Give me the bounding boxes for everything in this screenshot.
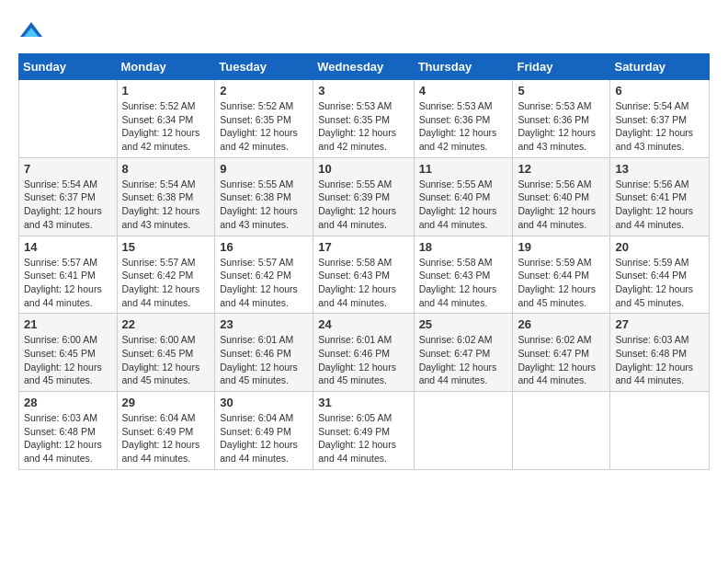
day-number: 18: [419, 240, 508, 254]
day-cell: 16Sunrise: 5:57 AMSunset: 6:42 PMDayligh…: [215, 236, 313, 314]
day-number: 31: [318, 396, 408, 409]
calendar-body: 1Sunrise: 5:52 AMSunset: 6:34 PMDaylight…: [19, 80, 710, 470]
logo: [18, 18, 48, 44]
day-info: Sunrise: 5:53 AMSunset: 6:36 PMDaylight:…: [518, 99, 605, 154]
header-day-wednesday: Wednesday: [313, 54, 414, 80]
day-number: 1: [122, 84, 210, 98]
day-number: 9: [220, 162, 308, 176]
header-day-thursday: Thursday: [414, 54, 513, 80]
day-cell: 31Sunrise: 6:05 AMSunset: 6:49 PMDayligh…: [313, 392, 414, 470]
day-number: 19: [518, 240, 605, 254]
day-cell: 14Sunrise: 5:57 AMSunset: 6:41 PMDayligh…: [19, 236, 118, 314]
day-info: Sunrise: 5:59 AMSunset: 6:44 PMDaylight:…: [615, 256, 704, 310]
day-cell: [513, 392, 610, 470]
day-info: Sunrise: 6:04 AMSunset: 6:49 PMDaylight:…: [122, 411, 210, 465]
day-number: 21: [24, 317, 112, 331]
week-row-3: 14Sunrise: 5:57 AMSunset: 6:41 PMDayligh…: [19, 236, 710, 314]
day-number: 8: [122, 162, 210, 176]
day-cell: 20Sunrise: 5:59 AMSunset: 6:44 PMDayligh…: [610, 236, 710, 314]
day-cell: 26Sunrise: 6:02 AMSunset: 6:47 PMDayligh…: [513, 314, 610, 392]
day-number: 28: [24, 396, 112, 409]
day-info: Sunrise: 5:57 AMSunset: 6:41 PMDaylight:…: [24, 256, 112, 310]
day-info: Sunrise: 5:56 AMSunset: 6:41 PMDaylight:…: [615, 178, 704, 232]
day-info: Sunrise: 5:57 AMSunset: 6:42 PMDaylight:…: [122, 256, 210, 310]
day-number: 27: [615, 317, 704, 331]
day-number: 20: [615, 240, 704, 254]
week-row-1: 1Sunrise: 5:52 AMSunset: 6:34 PMDaylight…: [19, 80, 710, 158]
day-number: 26: [518, 317, 605, 331]
day-cell: [19, 80, 118, 158]
day-cell: 4Sunrise: 5:53 AMSunset: 6:36 PMDaylight…: [414, 80, 513, 158]
week-row-4: 21Sunrise: 6:00 AMSunset: 6:45 PMDayligh…: [19, 314, 710, 392]
calendar-table: SundayMondayTuesdayWednesdayThursdayFrid…: [18, 53, 710, 470]
day-cell: 7Sunrise: 5:54 AMSunset: 6:37 PMDaylight…: [19, 157, 118, 236]
day-cell: 9Sunrise: 5:55 AMSunset: 6:38 PMDaylight…: [215, 157, 313, 236]
day-info: Sunrise: 6:05 AMSunset: 6:49 PMDaylight:…: [318, 411, 408, 465]
day-cell: 11Sunrise: 5:55 AMSunset: 6:40 PMDayligh…: [414, 157, 513, 236]
header-day-saturday: Saturday: [610, 54, 710, 80]
day-info: Sunrise: 6:00 AMSunset: 6:45 PMDaylight:…: [24, 333, 112, 387]
day-number: 12: [518, 162, 605, 176]
day-info: Sunrise: 6:00 AMSunset: 6:45 PMDaylight:…: [122, 333, 210, 387]
day-cell: 12Sunrise: 5:56 AMSunset: 6:40 PMDayligh…: [513, 157, 610, 236]
day-info: Sunrise: 5:57 AMSunset: 6:42 PMDaylight:…: [220, 256, 308, 310]
day-cell: 18Sunrise: 5:58 AMSunset: 6:43 PMDayligh…: [414, 236, 513, 314]
day-number: 22: [122, 317, 210, 331]
day-number: 3: [318, 84, 408, 98]
day-info: Sunrise: 5:54 AMSunset: 6:37 PMDaylight:…: [24, 178, 112, 232]
day-info: Sunrise: 6:02 AMSunset: 6:47 PMDaylight:…: [518, 333, 605, 387]
day-number: 30: [220, 396, 308, 409]
day-info: Sunrise: 6:04 AMSunset: 6:49 PMDaylight:…: [220, 411, 308, 465]
day-number: 15: [122, 240, 210, 254]
day-cell: 2Sunrise: 5:52 AMSunset: 6:35 PMDaylight…: [215, 80, 313, 158]
day-number: 10: [318, 162, 408, 176]
day-cell: 6Sunrise: 5:54 AMSunset: 6:37 PMDaylight…: [610, 80, 710, 158]
header-day-monday: Monday: [117, 54, 215, 80]
day-cell: 3Sunrise: 5:53 AMSunset: 6:35 PMDaylight…: [313, 80, 414, 158]
day-cell: 17Sunrise: 5:58 AMSunset: 6:43 PMDayligh…: [313, 236, 414, 314]
day-number: 4: [419, 84, 508, 98]
day-cell: 5Sunrise: 5:53 AMSunset: 6:36 PMDaylight…: [513, 80, 610, 158]
day-info: Sunrise: 5:56 AMSunset: 6:40 PMDaylight:…: [518, 178, 605, 232]
day-number: 25: [419, 317, 508, 331]
header-day-sunday: Sunday: [19, 54, 118, 80]
day-info: Sunrise: 5:59 AMSunset: 6:44 PMDaylight:…: [518, 256, 605, 310]
day-number: 14: [24, 240, 112, 254]
day-number: 29: [122, 396, 210, 409]
day-cell: 29Sunrise: 6:04 AMSunset: 6:49 PMDayligh…: [117, 392, 215, 470]
day-number: 17: [318, 240, 408, 254]
logo-icon: [18, 18, 44, 44]
day-cell: 10Sunrise: 5:55 AMSunset: 6:39 PMDayligh…: [313, 157, 414, 236]
day-number: 16: [220, 240, 308, 254]
day-cell: 21Sunrise: 6:00 AMSunset: 6:45 PMDayligh…: [19, 314, 118, 392]
day-cell: 19Sunrise: 5:59 AMSunset: 6:44 PMDayligh…: [513, 236, 610, 314]
calendar-header: SundayMondayTuesdayWednesdayThursdayFrid…: [19, 54, 710, 80]
day-cell: 15Sunrise: 5:57 AMSunset: 6:42 PMDayligh…: [117, 236, 215, 314]
day-info: Sunrise: 6:03 AMSunset: 6:48 PMDaylight:…: [24, 411, 112, 465]
week-row-2: 7Sunrise: 5:54 AMSunset: 6:37 PMDaylight…: [19, 157, 710, 236]
day-cell: 22Sunrise: 6:00 AMSunset: 6:45 PMDayligh…: [117, 314, 215, 392]
day-info: Sunrise: 5:58 AMSunset: 6:43 PMDaylight:…: [318, 256, 408, 310]
day-number: 24: [318, 317, 408, 331]
day-cell: [414, 392, 513, 470]
day-info: Sunrise: 6:02 AMSunset: 6:47 PMDaylight:…: [419, 333, 508, 387]
day-info: Sunrise: 6:01 AMSunset: 6:46 PMDaylight:…: [220, 333, 308, 387]
header-row: SundayMondayTuesdayWednesdayThursdayFrid…: [19, 54, 710, 80]
day-info: Sunrise: 5:52 AMSunset: 6:34 PMDaylight:…: [122, 99, 210, 154]
day-cell: 13Sunrise: 5:56 AMSunset: 6:41 PMDayligh…: [610, 157, 710, 236]
day-number: 7: [24, 162, 112, 176]
page-header: [18, 18, 710, 44]
day-info: Sunrise: 5:58 AMSunset: 6:43 PMDaylight:…: [419, 256, 508, 310]
day-info: Sunrise: 5:53 AMSunset: 6:36 PMDaylight:…: [419, 99, 508, 154]
day-cell: 27Sunrise: 6:03 AMSunset: 6:48 PMDayligh…: [610, 314, 710, 392]
day-number: 23: [220, 317, 308, 331]
day-cell: 24Sunrise: 6:01 AMSunset: 6:46 PMDayligh…: [313, 314, 414, 392]
day-number: 5: [518, 84, 605, 98]
day-cell: [610, 392, 710, 470]
day-info: Sunrise: 5:54 AMSunset: 6:38 PMDaylight:…: [122, 178, 210, 232]
day-cell: 8Sunrise: 5:54 AMSunset: 6:38 PMDaylight…: [117, 157, 215, 236]
day-info: Sunrise: 5:55 AMSunset: 6:38 PMDaylight:…: [220, 178, 308, 232]
day-cell: 30Sunrise: 6:04 AMSunset: 6:49 PMDayligh…: [215, 392, 313, 470]
day-number: 13: [615, 162, 704, 176]
day-number: 6: [615, 84, 704, 98]
